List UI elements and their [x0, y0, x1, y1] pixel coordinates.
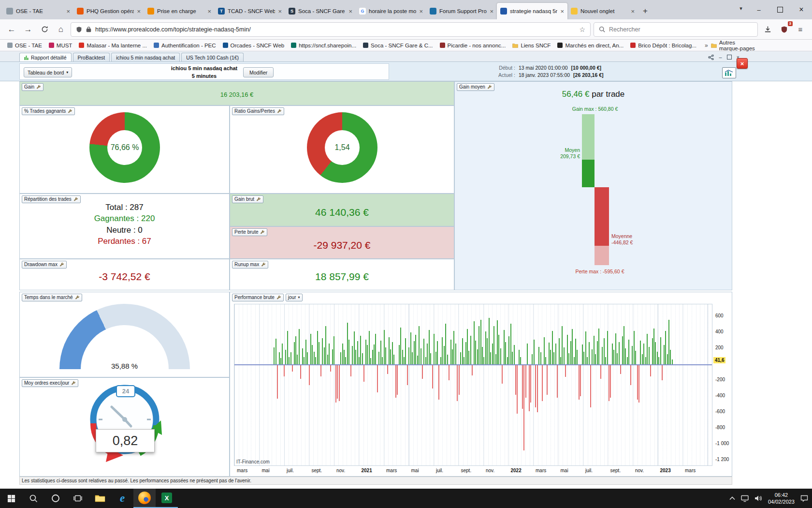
maximize-button[interactable] — [769, 0, 791, 19]
volume-icon[interactable] — [754, 495, 762, 502]
browser-tab[interactable]: Forum Support Pro× — [426, 3, 497, 19]
search-bar[interactable]: Rechercher — [594, 22, 758, 37]
runup-chip[interactable]: Runup max — [232, 261, 268, 269]
modify-button[interactable]: Modifier — [243, 67, 274, 77]
gain-moyen-chip[interactable]: Gain moyen — [457, 83, 494, 91]
reload-icon[interactable] — [38, 23, 51, 36]
bookmark-item[interactable]: Soca - SNCF Gare & C... — [360, 42, 436, 49]
browser-tab[interactable]: SSoca - SNCF Gare &× — [285, 3, 356, 19]
minimize-button[interactable]: – — [748, 0, 769, 19]
dash-tab-probacktest[interactable]: ProBacktest — [73, 53, 110, 61]
x-axis-label: sept. — [461, 468, 472, 473]
bookmark-item[interactable]: OSE - TAE — [4, 42, 45, 49]
forward-icon[interactable]: → — [21, 23, 35, 36]
bookmark-favicon — [440, 43, 445, 48]
perf-bar-up — [643, 344, 644, 364]
drawdown-chip[interactable]: Drawdown max — [22, 261, 67, 269]
browser-tab[interactable]: Ghoraire la poste mo× — [356, 3, 426, 19]
taskbar-search-icon[interactable] — [22, 489, 44, 508]
perf-bar-down — [309, 364, 310, 385]
perf-bar-up — [430, 353, 431, 364]
perf-bar-up — [322, 338, 323, 365]
home-icon[interactable]: ⌂ — [54, 23, 68, 36]
bookmark-item[interactable]: Malasar - Ma lanterne ... — [75, 42, 150, 49]
downloads-icon[interactable] — [761, 23, 774, 36]
perf-bar-down — [525, 364, 526, 398]
display-icon[interactable] — [741, 495, 749, 502]
bookmarks-overflow-icon[interactable]: » — [702, 42, 711, 49]
tab-close-icon[interactable]: × — [66, 8, 70, 15]
tab-close-icon[interactable]: × — [137, 8, 141, 15]
bookmark-item[interactable]: https://sncf.sharepoin... — [288, 42, 360, 49]
other-bookmarks[interactable]: Autres marque-pages — [711, 40, 808, 51]
ratio-chip[interactable]: Ratio Gains/Pertes — [232, 107, 284, 115]
share-icon[interactable] — [708, 55, 714, 60]
back-icon[interactable]: ← — [5, 23, 18, 36]
adblock-shield-icon[interactable]: 3 — [777, 23, 791, 36]
start-button[interactable] — [0, 489, 22, 508]
list-all-tabs-icon[interactable]: ▾ — [734, 0, 748, 16]
bookmark-item[interactable]: Marchés en direct, An... — [554, 42, 627, 49]
excel-icon[interactable]: X — [156, 489, 178, 508]
report-close-button[interactable]: × — [737, 58, 748, 69]
bookmark-item[interactable]: Brico Dépôt : Bricolag... — [627, 42, 700, 49]
perte-brute-chip[interactable]: Perte brute — [232, 228, 267, 236]
tab-close-icon[interactable]: × — [278, 8, 282, 15]
gain-chip[interactable]: Gain — [22, 83, 44, 91]
tab-close-icon[interactable]: × — [348, 8, 352, 15]
url-bar[interactable]: https://www.prorealcode.com/topic/strate… — [71, 22, 591, 37]
firefox-icon[interactable] — [133, 489, 156, 508]
browser-tab[interactable]: OSE - TAE× — [3, 3, 73, 19]
task-view-icon[interactable] — [67, 489, 89, 508]
temps-chip[interactable]: Temps dans le marché — [22, 294, 82, 301]
new-tab-button[interactable]: + — [638, 3, 652, 19]
browser-tab[interactable]: PHQ Gestion opérat...× — [73, 3, 144, 19]
wrench-icon — [277, 109, 282, 114]
tab-close-icon[interactable]: × — [207, 8, 211, 15]
bookmark-star-icon[interactable]: ☆ — [579, 26, 585, 33]
dash-tab-instrument[interactable]: US Tech 100 Cash (1€) — [181, 53, 244, 61]
bookmark-item[interactable]: MUST — [45, 42, 76, 49]
bookmark-item[interactable]: Authentification - PEC — [150, 42, 219, 49]
tab-close-icon[interactable]: × — [490, 8, 493, 15]
perf-bar-up — [434, 334, 435, 364]
strategy-title: ichiou 5 min nasdaq achat 5 minutes — [20, 65, 389, 80]
performance-chip[interactable]: Performance brute — [232, 294, 284, 301]
close-button[interactable]: × — [791, 0, 812, 19]
internet-explorer-icon[interactable]: e — [111, 489, 133, 508]
browser-tab[interactable]: TTCAD - SNCF Web× — [215, 3, 285, 19]
moy-ordres-chip[interactable]: Moy ordres exec/jour — [22, 379, 78, 387]
action-center-icon[interactable] — [800, 495, 808, 502]
dash-tab-rapport[interactable]: Rapport détaillé — [19, 53, 72, 61]
perf-period-select[interactable]: jour▾ — [286, 294, 303, 301]
bookmark-item[interactable]: Picardie - nos annonc... — [436, 42, 509, 49]
repartition-chip[interactable]: Répartition des trades — [22, 195, 81, 203]
perf-plot[interactable]: IT-Finance.com — [234, 304, 712, 466]
tracking-shield-icon[interactable] — [76, 26, 82, 33]
equity-chart-button[interactable] — [722, 67, 736, 78]
tab-close-icon[interactable]: × — [631, 8, 635, 15]
search-placeholder[interactable]: Rechercher — [609, 26, 640, 33]
file-explorer-icon[interactable] — [89, 489, 111, 508]
dash-tab-strategy[interactable]: ichiou 5 min nasdaq achat — [111, 53, 180, 61]
url-text[interactable]: https://www.prorealcode.com/topic/strate… — [95, 26, 575, 33]
panel-performance: Performance brute jour▾ IT-Finance.com 4… — [230, 292, 732, 477]
dash-restore-icon[interactable] — [727, 55, 732, 60]
perf-bar-up — [460, 352, 461, 364]
tab-close-icon[interactable]: × — [560, 8, 564, 15]
tab-close-icon[interactable]: × — [419, 8, 423, 15]
bookmark-item[interactable]: Orcades - SNCF Web — [219, 42, 288, 49]
trades-chip[interactable]: % Trades gagnants — [22, 107, 75, 115]
perf-bar-up — [555, 344, 556, 364]
menu-icon[interactable]: ≡ — [794, 23, 807, 36]
taskbar-clock[interactable]: 06:42 04/02/2023 — [768, 492, 795, 506]
browser-tab[interactable]: strategie nadasq 5m× — [497, 3, 567, 19]
tray-expand-icon[interactable] — [729, 496, 735, 500]
cortana-icon[interactable] — [44, 489, 67, 508]
browser-tab[interactable]: Nouvel onglet× — [567, 3, 638, 19]
bookmark-item[interactable]: Liens SNCF — [509, 42, 554, 49]
gain-brut-chip[interactable]: Gain brut — [232, 195, 263, 203]
browser-tab[interactable]: Prise en charge× — [144, 3, 215, 19]
perf-bar-up — [595, 354, 596, 364]
dash-minimize-icon[interactable]: – — [719, 54, 722, 60]
